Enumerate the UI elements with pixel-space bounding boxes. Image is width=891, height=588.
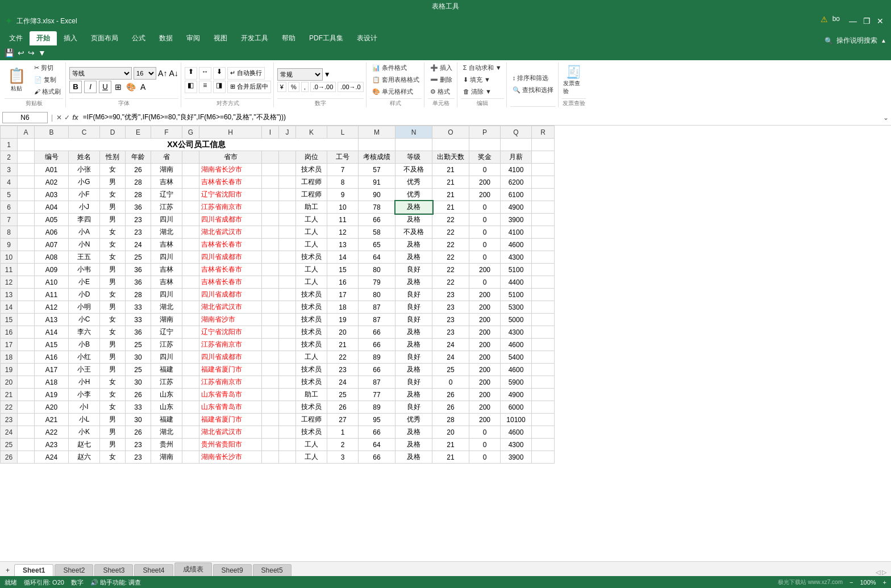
cell-a7[interactable]: [18, 214, 35, 226]
cell-r4[interactable]: [532, 176, 555, 189]
cell-a20[interactable]: [18, 376, 35, 389]
cell-q4[interactable]: 6200: [501, 176, 532, 189]
cell-g20[interactable]: [182, 376, 199, 389]
cell-b20[interactable]: A18: [35, 376, 69, 389]
cell-f19[interactable]: 福建: [151, 364, 182, 376]
cell-h23[interactable]: 福建省厦门市: [199, 414, 262, 426]
cell-k14[interactable]: 技术员: [296, 301, 327, 314]
cell-p18[interactable]: 200: [469, 351, 501, 364]
cell-j8[interactable]: [279, 226, 296, 239]
cell-o8[interactable]: 22: [432, 226, 469, 239]
cell-o14[interactable]: 23: [432, 301, 469, 314]
formula-expand-icon[interactable]: ⌄: [883, 114, 889, 122]
sheet-scroll-area[interactable]: A B C D E F G H I J K L M N O P Q: [0, 126, 891, 561]
cell-j10[interactable]: [279, 251, 296, 264]
cell-q15[interactable]: 5000: [501, 314, 532, 326]
increase-decimal-btn[interactable]: .0→.00: [310, 82, 336, 92]
cell-f9[interactable]: 吉林: [151, 239, 182, 251]
cell-e17[interactable]: 25: [126, 339, 151, 351]
cell-q9[interactable]: 4600: [501, 239, 532, 251]
align-left-btn[interactable]: ◧: [185, 81, 197, 93]
cell-q22[interactable]: 6000: [501, 401, 532, 414]
cell-l14[interactable]: 18: [327, 301, 359, 314]
cell-i10[interactable]: [262, 251, 279, 264]
cell-e13[interactable]: 28: [126, 289, 151, 301]
cell-q24[interactable]: 4600: [501, 426, 532, 439]
cell-k6[interactable]: 助工: [296, 201, 327, 214]
cell-title[interactable]: XX公司员工信息: [35, 139, 359, 151]
cell-b2[interactable]: 编号: [35, 151, 69, 164]
cell-r10[interactable]: [532, 251, 555, 264]
cell-i6[interactable]: [262, 201, 279, 214]
cell-g25[interactable]: [182, 439, 199, 451]
cell-l4[interactable]: 8: [327, 176, 359, 189]
delete-cell-btn[interactable]: ➖ 删除: [428, 74, 455, 85]
cell-l3[interactable]: 7: [327, 164, 359, 176]
cell-h3[interactable]: 湖南省长沙市: [199, 164, 262, 176]
cell-o23[interactable]: 28: [432, 414, 469, 426]
cell-o2[interactable]: 出勤天数: [432, 151, 469, 164]
cell-a16[interactable]: [18, 326, 35, 339]
cell-c11[interactable]: 小韦: [69, 264, 100, 276]
cell-l6[interactable]: 10: [327, 201, 359, 214]
cell-d10[interactable]: 女: [100, 251, 126, 264]
cell-r22[interactable]: [532, 401, 555, 414]
sheet-tab-chengji[interactable]: 成绩表: [174, 562, 212, 576]
cell-a19[interactable]: [18, 364, 35, 376]
cell-p16[interactable]: 200: [469, 326, 501, 339]
cell-r5[interactable]: [532, 189, 555, 201]
col-header-d[interactable]: D: [100, 126, 126, 139]
cell-d8[interactable]: 女: [100, 226, 126, 239]
cell-p1[interactable]: [469, 139, 501, 151]
cell-h10[interactable]: 四川省成都市: [199, 251, 262, 264]
col-header-l[interactable]: L: [327, 126, 359, 139]
currency-btn[interactable]: ¥: [277, 82, 286, 92]
cell-d18[interactable]: 男: [100, 351, 126, 364]
cell-q25[interactable]: 4300: [501, 439, 532, 451]
cell-a3[interactable]: [18, 164, 35, 176]
col-header-j[interactable]: J: [279, 126, 296, 139]
cell-a24[interactable]: [18, 426, 35, 439]
cell-n3[interactable]: 不及格: [395, 164, 432, 176]
cell-o5[interactable]: 21: [432, 189, 469, 201]
cell-p15[interactable]: 200: [469, 314, 501, 326]
cell-j15[interactable]: [279, 314, 296, 326]
tab-pdf[interactable]: PDF工具集: [302, 31, 350, 45]
cell-o22[interactable]: 26: [432, 401, 469, 414]
cell-p2[interactable]: 奖金: [469, 151, 501, 164]
cell-l23[interactable]: 27: [327, 414, 359, 426]
cell-p20[interactable]: 200: [469, 376, 501, 389]
cell-c9[interactable]: 小N: [69, 239, 100, 251]
cell-e10[interactable]: 25: [126, 251, 151, 264]
cell-p11[interactable]: 200: [469, 264, 501, 276]
cell-j7[interactable]: [279, 214, 296, 226]
cell-d26[interactable]: 女: [100, 451, 126, 464]
cell-l7[interactable]: 11: [327, 214, 359, 226]
cell-a17[interactable]: [18, 339, 35, 351]
cell-j21[interactable]: [279, 389, 296, 401]
col-header-r[interactable]: R: [532, 126, 555, 139]
cell-c3[interactable]: 小张: [69, 164, 100, 176]
cell-b6[interactable]: A04: [35, 201, 69, 214]
cell-h19[interactable]: 福建省厦门市: [199, 364, 262, 376]
cell-g9[interactable]: [182, 239, 199, 251]
cell-b9[interactable]: A07: [35, 239, 69, 251]
cell-f21[interactable]: 山东: [151, 389, 182, 401]
cell-f8[interactable]: 湖北: [151, 226, 182, 239]
cell-m16[interactable]: 66: [359, 326, 395, 339]
cell-r8[interactable]: [532, 226, 555, 239]
cell-j11[interactable]: [279, 264, 296, 276]
cell-l20[interactable]: 24: [327, 376, 359, 389]
cell-g13[interactable]: [182, 289, 199, 301]
cell-o13[interactable]: 23: [432, 289, 469, 301]
cell-k18[interactable]: 工人: [296, 351, 327, 364]
cell-o1[interactable]: [432, 139, 469, 151]
cell-h12[interactable]: 吉林省长春市: [199, 276, 262, 289]
cell-a8[interactable]: [18, 226, 35, 239]
cell-j24[interactable]: [279, 426, 296, 439]
cell-e22[interactable]: 33: [126, 401, 151, 414]
cell-g5[interactable]: [182, 189, 199, 201]
cell-k19[interactable]: 技术员: [296, 364, 327, 376]
cell-a18[interactable]: [18, 351, 35, 364]
expand-ribbon-icon[interactable]: ▲: [881, 37, 886, 44]
